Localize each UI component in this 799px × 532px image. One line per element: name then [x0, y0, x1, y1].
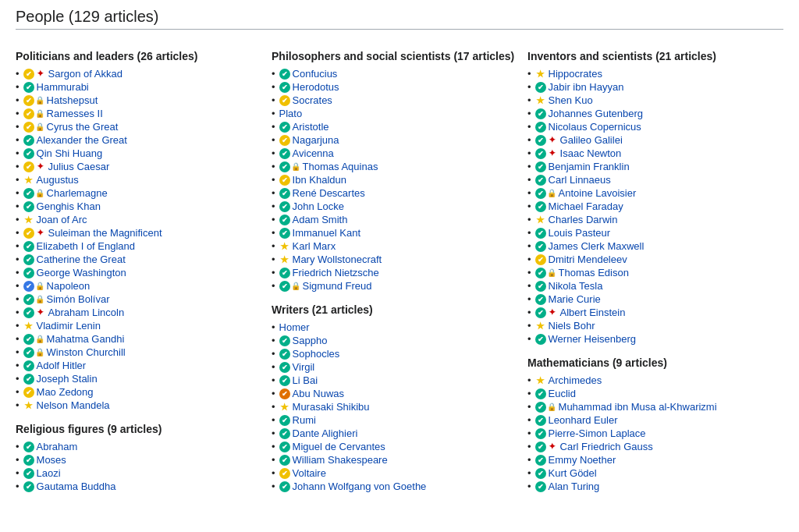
article-link[interactable]: Johannes Gutenberg [549, 108, 643, 119]
article-link[interactable]: Plato [279, 108, 303, 119]
article-link[interactable]: Jabir ibn Hayyan [549, 81, 624, 93]
article-link[interactable]: Adolf Hitler [37, 360, 87, 371]
article-link[interactable]: Albert Einstein [560, 307, 626, 318]
article-link[interactable]: Mary Wollstonecraft [293, 254, 382, 265]
article-link[interactable]: Ramesses II [47, 108, 103, 119]
article-link[interactable]: William Shakespeare [293, 454, 388, 466]
article-link[interactable]: Nelson Mandela [37, 399, 110, 411]
article-link[interactable]: Moses [37, 454, 66, 466]
article-link[interactable]: Vladimir Lenin [37, 320, 101, 332]
article-link[interactable]: Napoleon [47, 280, 91, 292]
list-item: ✔Joseph Stalin [16, 372, 259, 385]
article-link[interactable]: Nicolaus Copernicus [549, 121, 641, 133]
article-link[interactable]: Alexander the Great [37, 134, 127, 146]
list-item: ✔Laozi [16, 466, 259, 480]
article-link[interactable]: Miguel de Cervantes [293, 441, 385, 452]
article-link[interactable]: Avicenna [293, 147, 334, 159]
article-link[interactable]: Cyrus the Great [47, 121, 119, 133]
article-link[interactable]: Isaac Newton [560, 147, 622, 159]
green-icon: ✔ [535, 481, 546, 492]
yellow-icon: ✔ [279, 468, 290, 479]
article-link[interactable]: Shen Kuo [549, 94, 593, 106]
article-link[interactable]: Augustus [37, 174, 79, 186]
article-link[interactable]: Confucius [293, 68, 338, 80]
article-link[interactable]: Mao Zedong [37, 386, 94, 398]
article-link[interactable]: Ibn Khaldun [293, 174, 346, 186]
article-link[interactable]: Leonhard Euler [549, 414, 618, 426]
article-link[interactable]: Sophocles [293, 348, 340, 360]
article-link[interactable]: Abraham [37, 441, 78, 452]
article-link[interactable]: Sappho [293, 335, 328, 346]
article-link[interactable]: Li Bai [293, 374, 318, 386]
article-link[interactable]: John Locke [293, 200, 345, 212]
article-link[interactable]: Johann Wolfgang von Goethe [293, 481, 427, 492]
article-link[interactable]: Elizabeth I of England [37, 240, 135, 252]
article-link[interactable]: Dante Alighieri [293, 427, 358, 439]
article-link[interactable]: Thomas Aquinas [303, 161, 378, 172]
icons-wrap: ✔ [279, 148, 290, 159]
article-link[interactable]: Nikola Tesla [549, 280, 603, 292]
article-link[interactable]: Homer [279, 321, 310, 333]
article-link[interactable]: Thomas Edison [559, 267, 629, 278]
article-link[interactable]: Charles Darwin [549, 214, 618, 225]
article-link[interactable]: Socrates [293, 94, 332, 106]
article-link[interactable]: Herodotus [293, 81, 339, 93]
article-link[interactable]: Antoine Lavoisier [559, 187, 637, 199]
article-link[interactable]: Kurt Gödel [549, 467, 597, 479]
article-link[interactable]: Mahatma Gandhi [47, 333, 125, 345]
article-link[interactable]: Carl Linnaeus [549, 174, 611, 186]
article-link[interactable]: Virgil [293, 361, 315, 373]
article-link[interactable]: Qin Shi Huang [37, 147, 103, 159]
article-link[interactable]: Carl Friedrich Gauss [560, 441, 653, 452]
article-link[interactable]: Simón Bolívar [47, 293, 110, 305]
article-link[interactable]: Benjamin Franklin [549, 161, 630, 172]
article-link[interactable]: Euclid [549, 388, 576, 399]
article-link[interactable]: Hammurabi [37, 81, 89, 93]
article-link[interactable]: Friedrich Nietzsche [293, 267, 379, 278]
article-link[interactable]: Pierre-Simon Laplace [549, 427, 646, 439]
green-icon: ✔ [23, 468, 34, 479]
article-link[interactable]: Michael Faraday [549, 200, 623, 212]
article-link[interactable]: James Clerk Maxwell [549, 240, 645, 252]
article-link[interactable]: Laozi [37, 467, 61, 479]
list-item: ✔🔒Napoleon [16, 279, 259, 293]
article-link[interactable]: Abu Nuwas [293, 388, 344, 399]
article-link[interactable]: Aristotle [293, 121, 329, 133]
article-link[interactable]: Archimedes [549, 374, 602, 386]
article-link[interactable]: Winston Churchill [47, 346, 126, 358]
article-link[interactable]: Adam Smith [293, 214, 348, 225]
article-link[interactable]: Genghis Khan [37, 200, 101, 212]
article-link[interactable]: Alan Turing [549, 481, 600, 492]
article-link[interactable]: Charlemagne [47, 187, 108, 199]
icons-wrap: ✔ [535, 334, 546, 345]
article-link[interactable]: Niels Bohr [549, 320, 595, 332]
article-link[interactable]: René Descartes [293, 187, 365, 199]
article-link[interactable]: Abraham Lincoln [48, 307, 125, 318]
article-link[interactable]: Werner Heisenberg [549, 333, 636, 345]
article-link[interactable]: Nagarjuna [293, 134, 339, 146]
article-link[interactable]: Dmitri Mendeleev [549, 254, 627, 265]
article-link[interactable]: Julius Caesar [48, 161, 110, 172]
article-link[interactable]: Joan of Arc [37, 214, 87, 225]
article-link[interactable]: Sargon of Akkad [48, 68, 123, 80]
article-link[interactable]: George Washington [37, 267, 126, 278]
article-link[interactable]: Voltaire [293, 467, 326, 479]
article-link[interactable]: Hatshepsut [47, 94, 98, 106]
article-link[interactable]: Immanuel Kant [293, 227, 360, 239]
article-link[interactable]: Muhammad ibn Musa al-Khwarizmi [559, 401, 717, 413]
icons-wrap: ★ [535, 95, 546, 106]
green-icon: ✔ [279, 415, 290, 426]
article-link[interactable]: Joseph Stalin [37, 373, 98, 385]
article-link[interactable]: Catherine the Great [37, 254, 126, 265]
article-link[interactable]: Galileo Galilei [560, 134, 623, 146]
article-link[interactable]: Hippocrates [549, 68, 602, 80]
article-link[interactable]: Rumi [293, 414, 316, 426]
article-link[interactable]: Emmy Noether [549, 454, 616, 466]
article-link[interactable]: Suleiman the Magnificent [48, 227, 162, 239]
article-link[interactable]: Sigmund Freud [303, 280, 372, 292]
article-link[interactable]: Marie Curie [549, 293, 601, 305]
article-link[interactable]: Murasaki Shikibu [293, 401, 370, 413]
article-link[interactable]: Karl Marx [293, 240, 336, 252]
article-link[interactable]: Gautama Buddha [37, 481, 116, 492]
article-link[interactable]: Louis Pasteur [549, 227, 611, 239]
